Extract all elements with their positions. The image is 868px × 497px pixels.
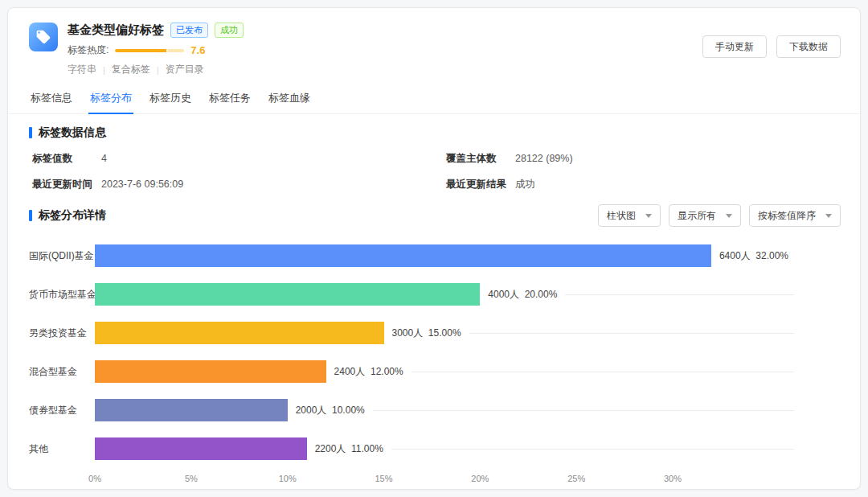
page-title: 基金类型偏好标签 <box>68 23 164 38</box>
sort-order-select[interactable]: 按标签值降序 <box>749 204 841 227</box>
bar[interactable] <box>95 360 326 383</box>
bar[interactable] <box>95 437 307 460</box>
bar-plot: 2200人 11.00% <box>95 437 794 460</box>
field-value: 28122 (89%) <box>515 153 573 164</box>
field-value: 4 <box>101 153 107 164</box>
bar-value-label: 6400人 32.00% <box>719 249 788 263</box>
caret-down-icon <box>645 214 652 218</box>
bar-category-label: 其他 <box>29 442 95 456</box>
tab-tag-lineage[interactable]: 标签血缘 <box>267 84 312 113</box>
tag-avatar <box>29 23 58 51</box>
bar[interactable] <box>95 244 711 267</box>
x-axis-tick: 10% <box>279 474 297 483</box>
meta-separator: | <box>157 65 159 75</box>
bar-value-label: 2400人 12.00% <box>334 365 403 379</box>
tag-catalog: 资产目录 <box>166 63 204 76</box>
chart-row: 其他2200人 11.00% <box>29 429 841 468</box>
chart-row: 另类投资基金3000人 15.00% <box>29 314 841 352</box>
chart-type-select[interactable]: 柱状图 <box>598 204 661 227</box>
section-title-marker <box>29 210 32 221</box>
bar-category-label: 国际(QDII)基金 <box>29 249 95 263</box>
grid-line <box>565 294 794 295</box>
distribution-section-title-text: 标签分布详情 <box>39 208 106 223</box>
tab-tag-info[interactable]: 标签信息 <box>29 84 74 113</box>
field-label: 标签值数 <box>32 152 101 166</box>
field-value: 成功 <box>515 178 535 191</box>
bar-value-label: 4000人 20.00% <box>488 288 557 302</box>
x-axis-tick: 30% <box>664 474 682 483</box>
bar[interactable] <box>95 399 288 421</box>
x-axis-tick: 20% <box>471 474 489 483</box>
download-data-button[interactable]: 下载数据 <box>776 35 841 58</box>
grid-line <box>411 372 794 372</box>
chart-controls: 柱状图 显示所有 按标签值降序 <box>598 204 841 227</box>
x-axis-tick: 15% <box>375 474 392 483</box>
header: 基金类型偏好标签 已发布 成功 标签热度: 7.6 字符串 | 复合标签 | 资… <box>8 8 860 76</box>
bar[interactable] <box>95 322 384 344</box>
field-last-update-time: 最近更新时间 2023-7-6 09:56:09 <box>32 178 446 191</box>
bar-category-label: 货币市场型基金 <box>29 288 95 302</box>
distribution-section-head: 标签分布详情 柱状图 显示所有 按标签值降序 <box>29 204 841 227</box>
field-covered-subjects: 覆盖主体数 28122 (89%) <box>446 152 841 166</box>
tab-bar: 标签信息 标签分布 标签历史 标签任务 标签血缘 <box>8 84 860 114</box>
bar-plot: 4000人 20.00% <box>95 283 794 306</box>
distribution-section-title: 标签分布详情 <box>29 208 106 223</box>
field-tag-value-count: 标签值数 4 <box>32 152 446 166</box>
bar-category-label: 混合型基金 <box>29 365 95 379</box>
heat-progress-bar <box>115 49 184 52</box>
header-info: 基金类型偏好标签 已发布 成功 标签热度: 7.6 字符串 | 复合标签 | 资… <box>68 23 702 76</box>
field-last-update-result: 最近更新结果 成功 <box>446 178 841 191</box>
bar-chart: 国际(QDII)基金6400人 32.00%货币市场型基金4000人 20.00… <box>29 236 841 486</box>
caret-down-icon <box>726 214 732 218</box>
bar-category-label: 债券型基金 <box>29 404 95 417</box>
select-value: 柱状图 <box>607 209 636 223</box>
section-title-marker <box>29 127 32 138</box>
tab-tag-tasks[interactable]: 标签任务 <box>207 84 252 113</box>
tab-tag-distribution[interactable]: 标签分布 <box>88 84 133 113</box>
bar-category-label: 另类投资基金 <box>29 327 95 340</box>
tag-type-meta: 字符串 | 复合标签 | 资产目录 <box>68 63 702 76</box>
x-axis-tick: 5% <box>185 474 198 483</box>
select-value: 按标签值降序 <box>758 209 816 223</box>
select-value: 显示所有 <box>678 209 716 223</box>
x-axis-tick: 0% <box>88 474 101 483</box>
tag-data-info-section: 标签数据信息 标签值数 4 覆盖主体数 28122 (89%) 最近更新时间 2… <box>8 114 860 191</box>
x-axis-tick: 25% <box>567 474 585 483</box>
bar-plot: 2000人 10.00% <box>95 399 794 421</box>
meta-separator: | <box>103 65 105 75</box>
manual-update-button[interactable]: 手动更新 <box>702 35 767 58</box>
tag-detail-card: 基金类型偏好标签 已发布 成功 标签热度: 7.6 字符串 | 复合标签 | 资… <box>7 7 861 490</box>
bar[interactable] <box>95 283 480 306</box>
bar-plot: 6400人 32.00% <box>95 244 794 267</box>
tag-kind: 复合标签 <box>112 63 150 76</box>
chart-row: 债券型基金2000人 10.00% <box>29 391 841 429</box>
grid-line <box>469 333 794 334</box>
bar-plot: 2400人 12.00% <box>95 360 794 383</box>
chart-row: 货币市场型基金4000人 20.00% <box>29 275 841 314</box>
display-filter-select[interactable]: 显示所有 <box>669 204 741 227</box>
grid-line <box>391 449 794 450</box>
chart-row: 混合型基金2400人 12.00% <box>29 352 841 391</box>
tag-icon <box>35 29 51 45</box>
heat-label: 标签热度: <box>68 43 108 57</box>
field-value: 2023-7-6 09:56:09 <box>101 179 183 190</box>
info-section-title: 标签数据信息 <box>29 125 841 140</box>
heat-value: 7.6 <box>190 44 205 56</box>
success-status-badge: 成功 <box>215 23 244 38</box>
title-row: 基金类型偏好标签 已发布 成功 <box>68 23 702 38</box>
header-actions: 手动更新 下载数据 <box>702 23 841 76</box>
bar-value-label: 2000人 10.00% <box>296 404 365 417</box>
tab-tag-history[interactable]: 标签历史 <box>148 84 193 113</box>
info-section-title-text: 标签数据信息 <box>39 125 106 140</box>
bar-plot: 3000人 15.00% <box>95 322 794 344</box>
caret-down-icon <box>825 214 832 218</box>
heat-row: 标签热度: 7.6 <box>68 43 702 57</box>
field-label: 最近更新时间 <box>32 178 101 191</box>
field-label: 最近更新结果 <box>446 178 515 191</box>
tag-distribution-section: 标签分布详情 柱状图 显示所有 按标签值降序 国际(QDII)基金6400人 3… <box>8 193 860 486</box>
bar-value-label: 3000人 15.00% <box>392 327 461 340</box>
info-grid: 标签值数 4 覆盖主体数 28122 (89%) 最近更新时间 2023-7-6… <box>32 152 841 191</box>
heat-progress-fill <box>115 49 167 52</box>
chart-rows: 国际(QDII)基金6400人 32.00%货币市场型基金4000人 20.00… <box>29 236 841 468</box>
field-label: 覆盖主体数 <box>446 152 515 166</box>
